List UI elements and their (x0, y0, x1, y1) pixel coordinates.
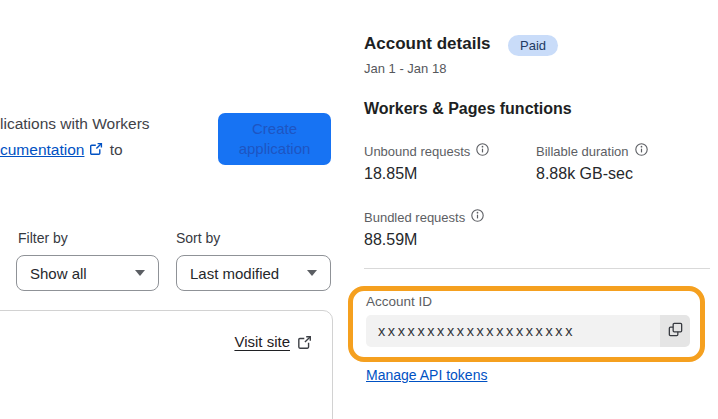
billable-duration-value: 8.88k GB-sec (536, 165, 633, 183)
info-icon[interactable] (471, 209, 484, 225)
sort-by-label: Sort by (176, 230, 220, 246)
account-id-label: Account ID (366, 294, 432, 309)
billable-duration-label: Billable duration (536, 143, 648, 159)
account-id-row: xxxxxxxxxxxxxxxxxxxx (366, 315, 690, 347)
billing-date-range: Jan 1 - Jan 18 (364, 61, 446, 76)
sort-dropdown[interactable]: Last modified (176, 255, 331, 291)
external-link-icon (297, 335, 312, 354)
intro-text: lications with Workers cumentation to (0, 111, 210, 164)
bundled-requests-label: Bundled requests (364, 209, 484, 225)
info-icon[interactable] (476, 143, 489, 159)
filter-dropdown-value: Show all (30, 265, 87, 282)
unbound-requests-label: Unbound requests (364, 143, 489, 159)
manage-api-tokens-link[interactable]: Manage API tokens (366, 367, 487, 383)
paid-plan-badge: Paid (508, 35, 558, 56)
section-divider (364, 268, 710, 269)
bundled-requests-value: 88.59M (364, 231, 417, 249)
account-details-title: Account details (364, 34, 491, 54)
unbound-requests-value: 18.85M (364, 165, 417, 183)
create-application-button[interactable]: Create application (218, 113, 331, 165)
workers-pages-dashboard: lications with Workers cumentation to Cr… (0, 0, 718, 419)
chevron-down-icon (307, 270, 317, 276)
stat-label-text: Unbound requests (364, 144, 470, 159)
filter-dropdown[interactable]: Show all (16, 255, 159, 291)
stat-label-text: Billable duration (536, 144, 629, 159)
documentation-link[interactable]: cumentation (0, 141, 84, 158)
copy-icon (667, 321, 684, 341)
visit-site-link[interactable]: Visit site (234, 333, 290, 350)
filter-by-label: Filter by (18, 230, 68, 246)
sort-dropdown-value: Last modified (190, 265, 279, 282)
info-icon[interactable] (635, 143, 648, 159)
intro-after-link: to (110, 141, 123, 158)
account-id-value[interactable]: xxxxxxxxxxxxxxxxxxxx (366, 315, 660, 347)
intro-line1: lications with Workers (0, 115, 150, 132)
stat-label-text: Bundled requests (364, 210, 465, 225)
external-link-icon (89, 138, 103, 164)
project-card: Visit site (0, 310, 333, 419)
copy-account-id-button[interactable] (660, 315, 690, 347)
functions-section-title: Workers & Pages functions (364, 100, 572, 118)
chevron-down-icon (135, 270, 145, 276)
